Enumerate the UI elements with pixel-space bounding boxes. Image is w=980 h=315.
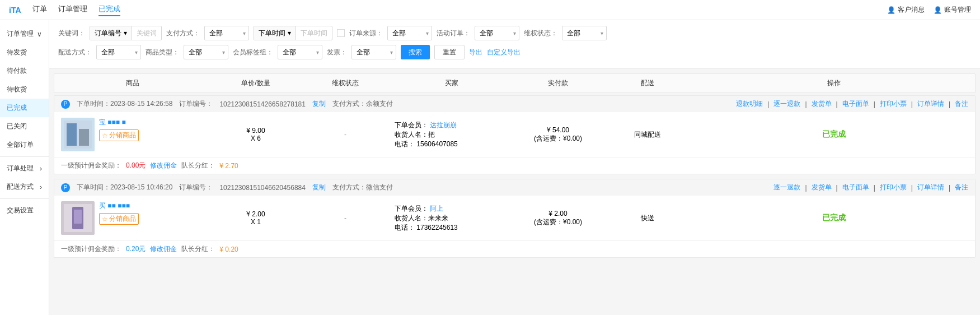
keyword-type-value: 订单编号 [95,29,121,38]
order-buyer-2: 下单会员： 阿上 收货人名：来来来 电话： 17362245613 [390,204,513,233]
keyword-type-selector[interactable]: 订单编号 ▾ 关键词 [90,26,162,40]
buyer-member-name-1[interactable]: 达拉崩崩 [430,121,457,129]
product-name-1[interactable]: 宝 ■■■ ■ [99,118,204,127]
sidebar-group-order-processing[interactable]: 订单处理 › [0,159,49,178]
copy-btn-2[interactable]: 复制 [312,183,326,192]
print-ticket-btn-1[interactable]: 打印小票 [880,99,907,109]
order-action-1: 已完成 [692,129,975,140]
product-tag-2: ☆ 分销商品 [99,213,139,225]
custom-export-button[interactable]: 自定义导出 [487,48,521,57]
customer-messages[interactable]: 👤 客户消息 [887,5,925,15]
pay-method-2: 支付方式：微信支付 [332,183,393,192]
sidebar-group-label: 订单管理 [7,29,34,39]
order-price-2: ¥ 2.00 X 1 [211,210,301,226]
refund-detail-btn-1[interactable]: 退款明细 [736,99,763,109]
footer-prefix-1: 一级预计佣金奖励： [61,161,121,170]
svg-rect-2 [79,129,89,146]
checkbox-order-source[interactable] [337,29,345,37]
search-bar: 关键词： 订单编号 ▾ 关键词 支付方式： 全部 [49,20,980,69]
buyer-member-label-2: 下单会员： [395,205,428,212]
order-source-select[interactable]: 全部 [387,26,432,40]
delivery-select-wrapper: 全部 [96,45,141,59]
price-value-1: ¥ 9.00 [211,127,301,135]
e-receipt-btn-2[interactable]: 电子面单 [842,183,869,192]
order-block-1: P 下单时间：2023-08-15 14:26:58 订单编号： 1021230… [54,95,976,174]
th-action: 操作 [692,78,975,88]
account-icon: 👤 [934,6,942,14]
invoice-select[interactable]: 全部 [351,45,396,59]
copy-btn-1[interactable]: 复制 [312,99,326,109]
sidebar-item-pending-payment[interactable]: 待付款 [0,62,49,80]
order-time-placeholder: 下单时间 [301,29,327,38]
sidebar-group-order-management[interactable]: 订单管理 ∨ [0,25,49,43]
amount-sub-2: (含运费：¥0.00) [513,217,603,227]
rights-select-wrapper: 全部 [562,26,607,40]
delivery-select[interactable]: 全部 [96,45,141,59]
order-status-2: - [301,214,390,222]
order-no-label-2: 订单编号： [179,183,213,192]
order-product-2: 买 ■■ ■■■ ☆ 分销商品 [54,201,211,235]
nav-completed[interactable]: 已完成 [99,4,120,16]
tag-icon-2: ☆ [102,215,108,223]
order-time-input[interactable]: 下单时间 [296,26,332,40]
order-detail-btn-2[interactable]: 订单详情 [917,183,944,192]
delivery-list-btn-2[interactable]: 发货单 [812,183,832,192]
footer-label2-2[interactable]: 修改佣金 [150,244,177,254]
refund-one-btn-2[interactable]: 逐一退款 [773,183,800,192]
sidebar-item-transaction-settings[interactable]: 交易设置 [0,201,49,220]
tag-icon-1: ☆ [102,132,108,140]
export-button[interactable]: 导出 [469,48,482,57]
price-qty-2: X 1 [211,218,301,226]
product-info-1: 宝 ■■■ ■ ☆ 分销商品 [99,118,204,141]
sidebar-item-closed[interactable]: 已关闭 [0,117,49,136]
print-ticket-btn-2[interactable]: 打印小票 [880,183,907,192]
remark-btn-2[interactable]: 备注 [955,183,968,192]
th-rights: 维权状态 [301,78,390,88]
sidebar-arrow-delivery: › [40,183,42,191]
top-navigation: iTA 订单 订单管理 已完成 👤 客户消息 👤 账号管理 [0,0,980,20]
keyword-input[interactable]: 关键词 [132,26,161,40]
th-product: 商品 [54,78,211,88]
th-price-qty: 单价/数量 [211,78,301,88]
order-detail-btn-1[interactable]: 订单详情 [917,99,944,109]
active-order-label: 活动订单： [437,29,470,38]
order-time-selector[interactable]: 下单时间 ▾ 下单时间 [254,26,332,40]
footer-value2-2: ¥ 0.20 [219,245,238,253]
order-delivery-2: 快送 [603,214,692,223]
sidebar-item-pending-receipt[interactable]: 待收货 [0,80,49,99]
order-time-left[interactable]: 下单时间 ▾ [254,26,296,40]
order-header-2: P 下单时间：2023-08-15 10:46:20 订单编号： 1021230… [54,179,975,196]
search-button[interactable]: 搜索 [401,45,430,59]
product-name-2[interactable]: 买 ■■ ■■■ [99,201,204,211]
sidebar-item-pending-delivery[interactable]: 待发货 [0,43,49,62]
footer-label2-1[interactable]: 修改佣金 [150,161,177,170]
keyword-type-left[interactable]: 订单编号 ▾ [90,26,132,40]
order-buyer-1: 下单会员： 达拉崩崩 收货人名：把 电话： 15606407085 [390,121,513,149]
refund-one-btn-1[interactable]: 逐一退款 [773,99,800,109]
sidebar-item-completed[interactable]: 已完成 [0,99,49,117]
reset-button[interactable]: 重置 [434,45,465,59]
th-amount: 实付款 [513,78,603,88]
sidebar-group-arrow: ∨ [37,30,42,38]
order-header-right-1: 退款明细 | 逐一退款 | 发货单 | 电子面单 | 打印小票 | 订单详情 |… [736,99,968,109]
sidebar-divider-2 [0,198,49,199]
buyer-member-name-2[interactable]: 阿上 [430,205,443,212]
rights-select[interactable]: 全部 [562,26,607,40]
sidebar-item-all-orders[interactable]: 全部订单 [0,136,49,154]
payment-select[interactable]: 全部 [204,26,249,40]
nav-order[interactable]: 订单 [32,4,47,16]
search-row-2: 配送方式： 全部 商品类型： 全部 会员标签组： 全部 [58,45,971,59]
invoice-select-wrapper: 全部 [351,45,396,59]
footer-value1-1: 0.00元 [126,161,146,170]
member-tag-select[interactable]: 全部 [278,45,322,59]
active-order-select[interactable]: 全部 [475,26,519,40]
payment-label: 支付方式： [166,29,200,38]
product-info-2: 买 ■■ ■■■ ☆ 分销商品 [99,201,204,225]
delivery-list-btn-1[interactable]: 发货单 [812,99,832,109]
product-type-select[interactable]: 全部 [184,45,228,59]
account-management[interactable]: 👤 账号管理 [934,5,971,15]
sidebar-group-delivery[interactable]: 配送方式 › [0,178,49,196]
e-receipt-btn-1[interactable]: 电子面单 [842,99,869,109]
remark-btn-1[interactable]: 备注 [955,99,968,109]
nav-order-management[interactable]: 订单管理 [58,4,87,16]
